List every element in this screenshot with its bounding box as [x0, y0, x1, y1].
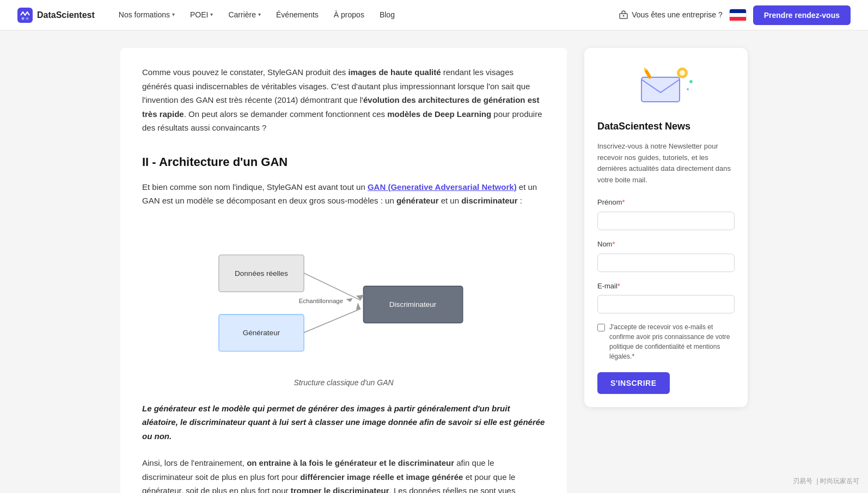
sidebar: DataScientest News Inscrivez-vous à notr… — [584, 48, 748, 407]
svg-line-8 — [304, 273, 360, 300]
nav-item-poei[interactable]: POEI ▾ — [184, 5, 219, 24]
nom-field-group: Nom* — [597, 239, 735, 272]
svg-point-2 — [26, 17, 29, 20]
nav-item-formations[interactable]: Nos formations ▾ — [112, 5, 181, 24]
echantillonnage-label: Echantillonnage — [299, 298, 343, 304]
nav-item-apropos[interactable]: À propos — [327, 5, 371, 24]
prenom-input[interactable] — [597, 212, 735, 230]
navbar: DataScientest Nos formations ▾ POEI ▾ Ca… — [0, 0, 868, 30]
nav-item-carriere[interactable]: Carrière ▾ — [222, 5, 267, 24]
consent-checkbox-row: J'accepte de recevoir vos e-mails et con… — [597, 322, 735, 361]
nom-input[interactable] — [597, 254, 735, 272]
sidebar-description: Inscrivez-vous à notre Newsletter pour r… — [597, 141, 735, 186]
nav-links: Nos formations ▾ POEI ▾ Carrière ▾ Événe… — [112, 5, 619, 24]
chevron-down-icon: ▾ — [172, 10, 175, 19]
logo-text: DataScientest — [37, 8, 95, 22]
article-intro-paragraph: Comme vous pouvez le constater, StyleGAN… — [142, 65, 545, 135]
donnees-reelles-label: Données réelles — [235, 269, 288, 278]
nav-item-blog[interactable]: Blog — [373, 5, 401, 24]
newsletter-svg — [633, 61, 699, 110]
logo[interactable]: DataScientest — [17, 8, 95, 23]
consent-checkbox[interactable] — [597, 324, 605, 331]
gan-diagram: Données réelles Générateur Discriminateu… — [207, 221, 480, 389]
main-article: Comme vous pouvez le constater, StyleGAN… — [120, 48, 567, 493]
article-blockquote: Le générateur est le modèle qui permet d… — [142, 402, 545, 443]
svg-point-16 — [689, 80, 693, 83]
article-section-intro: Et bien comme son nom l'indique, StyleGA… — [142, 180, 545, 208]
watermark: 刃易号 | 时尚玩家岳可 — [793, 476, 859, 486]
nav-item-evenements[interactable]: Événements — [270, 5, 325, 24]
svg-rect-13 — [641, 77, 680, 102]
svg-point-1 — [22, 17, 25, 20]
svg-point-15 — [680, 70, 685, 76]
generateur-label: Générateur — [243, 329, 280, 337]
svg-point-4 — [623, 15, 625, 17]
flag-blue-stripe — [730, 9, 746, 13]
discriminateur-label: Discriminateur — [389, 300, 437, 309]
chevron-down-icon: ▾ — [210, 10, 213, 19]
email-label: E-mail* — [597, 281, 735, 292]
language-flag-button[interactable] — [729, 9, 747, 22]
prenom-field-group: Prénom* — [597, 197, 735, 230]
consent-label: J'accepte de recevoir vos e-mails et con… — [609, 322, 735, 361]
email-input[interactable] — [597, 295, 735, 313]
section-heading: II - Architecture d'un GAN — [142, 152, 545, 171]
chevron-down-icon: ▾ — [258, 10, 261, 19]
sidebar-title: DataScientest News — [597, 119, 735, 134]
logo-icon — [17, 8, 33, 23]
prenom-label: Prénom* — [597, 197, 735, 208]
article-body-paragraph: Ainsi, lors de l'entrainement, on entrai… — [142, 456, 545, 493]
page-content: Comme vous pouvez le constater, StyleGAN… — [107, 30, 761, 493]
svg-marker-9 — [356, 294, 364, 300]
newsletter-illustration — [597, 61, 735, 110]
newsletter-card: DataScientest News Inscrivez-vous à notr… — [584, 48, 748, 407]
svg-marker-12 — [346, 298, 352, 301]
subscribe-button[interactable]: S'INSCRIRE — [597, 372, 670, 394]
enterprise-icon — [619, 10, 628, 20]
svg-marker-11 — [356, 303, 360, 310]
svg-point-17 — [687, 88, 689, 90]
nav-right: Vous êtes une entreprise ? Prendre rende… — [619, 5, 851, 25]
flag-white-stripe — [730, 13, 746, 17]
svg-line-10 — [304, 309, 360, 332]
enterprise-link[interactable]: Vous êtes une entreprise ? — [619, 9, 723, 21]
email-field-group: E-mail* — [597, 281, 735, 314]
gan-diagram-svg: Données réelles Générateur Discriminateu… — [207, 221, 480, 368]
nom-label: Nom* — [597, 239, 735, 250]
diagram-caption: Structure classique d'un GAN — [207, 377, 480, 389]
flag-red-stripe — [730, 17, 746, 21]
cta-button[interactable]: Prendre rendez-vous — [753, 5, 851, 25]
